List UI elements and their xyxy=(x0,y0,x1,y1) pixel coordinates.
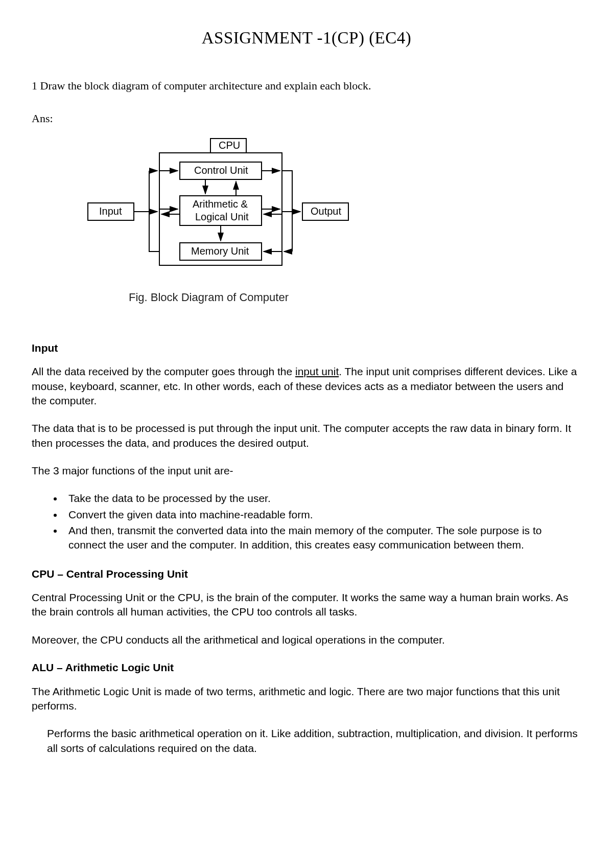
diagram-caption: Fig. Block Diagram of Computer xyxy=(32,291,581,304)
cpu-heading: CPU – Central Processing Unit xyxy=(32,567,581,581)
page-title: ASSIGNMENT -1(CP) (EC4) xyxy=(32,29,581,48)
input-para-2: The data that is to be processed is put … xyxy=(32,421,581,450)
block-diagram: CPU Control Unit Arithmetic & Logical Un… xyxy=(73,138,359,281)
cpu-para-2: Moreover, the CPU conducts all the arith… xyxy=(32,633,581,647)
alu-label-1: Arithmetic & xyxy=(193,198,248,210)
cpu-label: CPU xyxy=(219,140,240,151)
cpu-para-1: Central Processing Unit or the CPU, is t… xyxy=(32,590,581,620)
list-item: Take the data to be processed by the use… xyxy=(63,491,581,506)
control-unit-label: Control Unit xyxy=(194,165,248,176)
input-p1a: All the data received by the computer go… xyxy=(32,366,295,377)
list-item: Convert the given data into machine-read… xyxy=(63,508,581,522)
alu-para-2: Performs the basic arithmetical operatio… xyxy=(32,726,581,756)
input-para-3: The 3 major functions of the input unit … xyxy=(32,464,581,478)
list-item: And then, transmit the converted data in… xyxy=(63,523,581,553)
question-text: 1 Draw the block diagram of computer arc… xyxy=(32,79,581,93)
diagram-container: CPU Control Unit Arithmetic & Logical Un… xyxy=(32,138,581,281)
input-para-1: All the data received by the computer go… xyxy=(32,364,581,408)
input-bullet-list: Take the data to be processed by the use… xyxy=(32,491,581,552)
input-heading: Input xyxy=(32,341,581,355)
answer-label: Ans: xyxy=(32,112,581,125)
alu-heading: ALU – Arithmetic Logic Unit xyxy=(32,660,581,675)
alu-para-1: The Arithmetic Logic Unit is made of two… xyxy=(32,684,581,714)
input-unit-link[interactable]: input unit xyxy=(295,366,339,377)
input-box-label: Input xyxy=(99,205,122,217)
memory-unit-label: Memory Unit xyxy=(191,245,249,257)
output-box-label: Output xyxy=(311,205,341,217)
alu-label-2: Logical Unit xyxy=(195,211,249,222)
